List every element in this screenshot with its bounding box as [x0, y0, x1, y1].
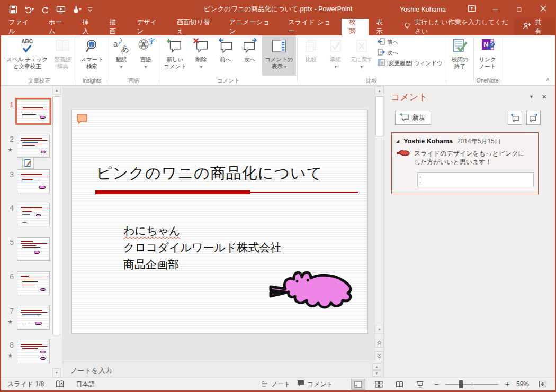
slide-scrollbar[interactable]: ▲ ▼ — [374, 86, 383, 379]
comment-marker-icon[interactable] — [76, 114, 88, 126]
touch-mode-dropdown[interactable]: ▾ — [79, 7, 81, 12]
thumbnail-scrollbar[interactable]: ▲ ▼ — [52, 86, 61, 377]
comment-reply-input[interactable] — [417, 172, 534, 187]
slide-subtitle-block[interactable]: わにちゃん クロコダイルワールド株式会社 商品企画部 — [123, 222, 281, 273]
end-review-button[interactable]: 校閲の終了 — [448, 35, 472, 76]
close-button[interactable] — [531, 0, 555, 19]
ribbon-display-options-button[interactable] — [460, 0, 483, 19]
notes-scrollbar[interactable]: ▲ ▼ — [372, 363, 381, 377]
spell-check-button[interactable]: ABC スペル チェックと文章校正 — [4, 35, 50, 76]
tab-insert[interactable]: 挿入 — [75, 19, 102, 35]
slideshow-view-button[interactable] — [413, 379, 427, 390]
spell-check-status-icon[interactable] — [56, 380, 64, 388]
slide-canvas[interactable]: ピンクのワニの商品化について わにちゃん クロコダイルワールド株式会社 商品企画… — [71, 110, 368, 334]
slide-body-line2[interactable]: クロコダイルワールド株式会社 — [123, 239, 281, 256]
thumbnail-image[interactable] — [17, 237, 50, 261]
save-button[interactable] — [6, 3, 20, 16]
zoom-slider-thumb[interactable] — [459, 380, 463, 388]
reviewing-pane-button[interactable]: [変更履歴] ウィンドウ — [375, 59, 444, 68]
customize-qat-button[interactable] — [86, 3, 94, 16]
tab-design[interactable]: デザイン — [129, 19, 169, 35]
new-comment-pane-button[interactable]: 新規 — [395, 111, 431, 125]
smart-lookup-button[interactable]: i スマート検索 — [78, 35, 106, 76]
next-comment-button[interactable]: 次へ — [238, 35, 262, 76]
thesaurus-button[interactable]: 類義語辞典 — [50, 35, 75, 76]
thumbnail-image[interactable] — [17, 169, 50, 193]
slide-title[interactable]: ピンクのワニの商品化について — [96, 163, 322, 184]
tab-slideshow[interactable]: スライド ショー — [281, 19, 342, 35]
pane-close-icon[interactable]: × — [542, 92, 546, 101]
next-change-button[interactable]: 次へ — [375, 48, 444, 57]
comment-card[interactable]: ◢ Yoshie Kohama 2014年5月15日 スライドのデザインをもっと… — [391, 132, 539, 194]
reject-icon — [355, 37, 369, 55]
undo-button[interactable]: ▾ — [22, 3, 36, 16]
tab-draw[interactable]: 描画 — [102, 19, 129, 35]
delete-comment-button[interactable]: 削除▾ — [189, 35, 213, 76]
share-button[interactable]: 共有 — [514, 19, 555, 35]
undo-dropdown[interactable]: ▾ — [32, 7, 34, 12]
accept-button[interactable]: 承諾▾ — [324, 35, 348, 76]
new-comment-button[interactable]: 新しいコメント — [161, 35, 189, 76]
fit-to-window-button[interactable] — [535, 379, 550, 390]
previous-slide-button[interactable] — [375, 339, 384, 348]
tab-view[interactable]: 表示 — [369, 19, 396, 35]
comments-toggle-button[interactable]: コメント — [297, 380, 333, 389]
minimize-button[interactable]: ─ — [483, 0, 507, 19]
scroll-up-icon[interactable]: ▲ — [375, 86, 384, 95]
zoom-level[interactable]: 59% — [516, 380, 529, 388]
tab-file[interactable]: ファイル — [1, 19, 41, 35]
linked-notes-button[interactable]: N リンクノート — [476, 35, 500, 76]
slide-sorter-view-button[interactable] — [372, 379, 386, 390]
previous-comment-button[interactable]: 前へ — [213, 35, 238, 76]
scroll-up-icon[interactable]: ▲ — [52, 86, 61, 95]
translate-button[interactable]: a⤸あ 翻訳▾ — [109, 35, 133, 76]
thumbnail-image[interactable] — [17, 134, 50, 158]
zoom-slider[interactable] — [445, 379, 498, 390]
collapse-ribbon-button[interactable]: ∧ — [546, 76, 550, 82]
next-comment-pane-button[interactable] — [526, 111, 541, 125]
slide-indicator[interactable]: スライド 1/8 — [7, 380, 44, 389]
normal-view-button[interactable] — [351, 379, 365, 390]
scroll-up-icon[interactable]: ▲ — [372, 363, 381, 370]
previous-comment-pane-button[interactable] — [508, 111, 522, 125]
show-comments-button[interactable]: コメントの表示 ▾ — [262, 35, 296, 76]
zoom-in-button[interactable]: + — [505, 380, 510, 388]
scroll-down-icon[interactable]: ▼ — [52, 368, 61, 377]
pink-crocodile-drawing[interactable] — [264, 269, 355, 315]
notes-toggle-button[interactable]: ノート — [261, 380, 291, 389]
tell-me-box[interactable]: 実行したい作業を入力してください — [403, 19, 514, 35]
redo-button[interactable] — [38, 3, 52, 16]
thumbnail-image[interactable] — [17, 203, 50, 226]
start-from-beginning-button[interactable] — [54, 3, 68, 16]
thumbnail-image[interactable] — [17, 340, 50, 363]
notes-placeholder[interactable]: ノートを入力 — [70, 366, 112, 376]
next-slide-button[interactable] — [375, 351, 384, 360]
language-button[interactable]: A 字 言語▾ — [133, 35, 158, 76]
thumbnail-image[interactable] — [17, 306, 50, 330]
share-person-icon — [523, 22, 531, 32]
collapse-comment-icon[interactable]: ◢ — [396, 139, 399, 143]
scrollbar-thumb[interactable] — [52, 96, 60, 335]
tab-transitions[interactable]: 画面切り替え — [169, 19, 222, 35]
thumbnail-image[interactable] — [17, 271, 50, 295]
tab-review[interactable]: 校閲 — [342, 19, 369, 35]
language-status[interactable]: 日本語 — [76, 380, 95, 389]
touch-mouse-mode-button[interactable]: ▾ — [70, 3, 84, 16]
reject-button[interactable]: 元に戻す▾ — [348, 35, 376, 76]
scroll-down-icon[interactable]: ▼ — [372, 370, 381, 377]
signed-in-user[interactable]: Yoshie Kohama — [400, 6, 446, 13]
tab-home[interactable]: ホーム — [41, 19, 75, 35]
pane-options-icon[interactable]: ▼ — [529, 94, 534, 99]
scrollbar-thumb[interactable] — [375, 96, 383, 136]
zoom-out-button[interactable]: − — [434, 380, 439, 388]
scroll-down-icon[interactable]: ▼ — [375, 325, 384, 334]
slide-body-line3[interactable]: 商品企画部 — [123, 256, 281, 273]
tab-animations[interactable]: アニメーション — [222, 19, 281, 35]
notes-pane[interactable]: ノートを入力 ▲ ▼ — [62, 362, 383, 377]
previous-change-button[interactable]: 前へ — [375, 38, 444, 47]
maximize-button[interactable]: □ — [507, 0, 531, 19]
compare-button[interactable]: 比較 — [299, 35, 324, 76]
thumbnail-image[interactable] — [17, 99, 50, 123]
slide-body-line1[interactable]: わにちゃん — [123, 222, 281, 239]
reading-view-button[interactable] — [392, 379, 407, 390]
